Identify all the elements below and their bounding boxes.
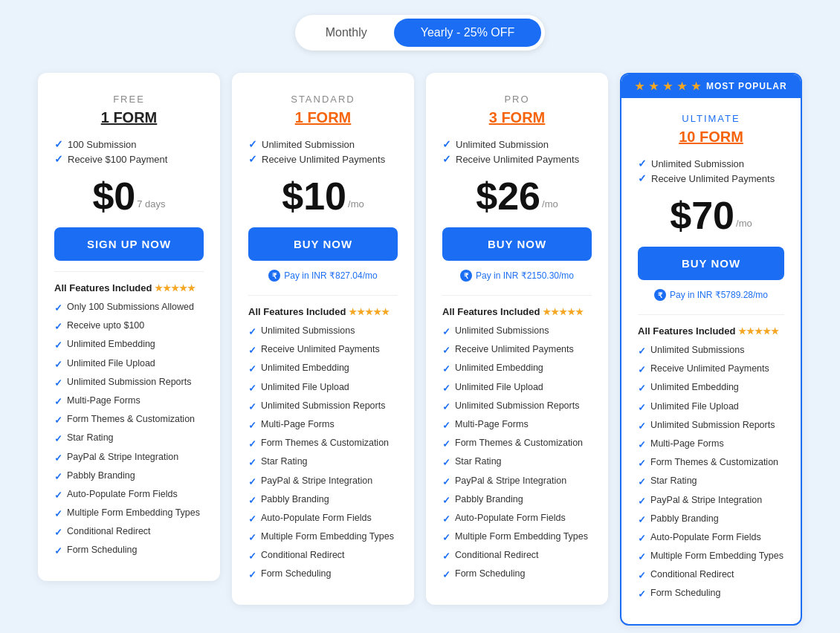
rupee-icon: ₹ [654,289,666,301]
check-icon: ✓ [248,568,256,582]
feature-item: ✓ Receive Unlimited Payments [248,343,398,357]
feature-item: ✓ Multi-Page Forms [442,418,592,432]
feature-text: Multi-Page Forms [650,438,724,451]
plan-card-ultimate: ★ ★ ★ ★ ★ MOST POPULAR ULTIMATE10 FORM ✓… [620,73,802,626]
highlight-text: Receive Unlimited Payments [456,154,579,165]
check-icon: ✓ [442,494,450,507]
check-icon: ✓ [54,358,62,371]
cta-button-pro[interactable]: BUY NOW [442,227,592,261]
feature-item: ✓ Conditional Redirect [54,525,204,539]
popular-label: MOST POPULAR [706,81,787,91]
check-icon: ✓ [248,138,257,150]
monthly-toggle[interactable]: Monthly [299,19,394,47]
check-icon: ✓ [638,475,646,489]
feature-item: ✓ PayPal & Stripe Integration [248,475,398,489]
feature-item: ✓ Unlimited Embedding [248,362,398,376]
feature-text: Auto-Populate Form Fields [455,512,566,525]
feature-text: Unlimited Embedding [261,362,349,375]
check-icon: ✓ [638,588,646,601]
feature-text: Unlimited Submissions [455,325,549,338]
feature-text: PayPal & Stripe Integration [67,451,178,464]
check-icon: ✓ [248,456,256,470]
check-icon: ✓ [248,363,256,376]
feature-stars: ★★★★★ [738,326,779,337]
feature-text: Star Rating [67,432,114,445]
feature-item: ✓ Unlimited Submissions [248,325,398,339]
cta-button-standard[interactable]: BUY NOW [248,227,398,261]
check-icon: ✓ [638,382,646,395]
feature-item: ✓ Form Scheduling [248,568,398,582]
price-amount: $10 [282,177,346,215]
price-amount: $26 [476,177,540,215]
feature-item: ✓ Multi-Page Forms [248,418,398,432]
all-features-label-free: All Features Included ★★★★★ [54,282,204,293]
check-icon: ✓ [248,400,256,414]
feature-item: ✓ Receive Unlimited Payments [442,343,592,357]
feature-item: ✓ PayPal & Stripe Integration [638,494,784,508]
feature-text: Unlimited Embedding [650,381,739,395]
check-icon: ✓ [54,526,62,539]
feature-text: Form Themes & Customization [67,413,195,426]
check-icon: ✓ [442,138,451,150]
all-features-text: All Features Included [442,306,540,317]
rupee-icon: ₹ [268,270,280,282]
feature-item: ✓ Unlimited Submission Reports [248,400,398,414]
check-icon: ✓ [54,153,63,165]
check-icon: ✓ [54,138,63,150]
all-features-text: All Features Included [248,306,346,317]
feature-text: Unlimited Embedding [455,362,543,375]
feature-text: Star Rating [455,455,502,469]
feature-item: ✓ Pabbly Branding [54,470,204,484]
feature-item: ✓ Form Scheduling [54,544,204,558]
check-icon: ✓ [442,438,450,451]
cta-button-free[interactable]: SIGN UP NOW [54,227,204,261]
feature-item: ✓ Star Rating [442,455,592,470]
divider [54,271,204,272]
feature-text: Auto-Populate Form Fields [650,531,761,545]
check-icon: ✓ [442,400,450,414]
plan-highlights-ultimate: ✓ Unlimited Submission ✓ Receive Unlimit… [638,158,784,184]
feature-item: ✓ Unlimited Embedding [442,362,592,376]
price-suffix: /mo [542,198,558,210]
feature-item: ✓ Star Rating [54,432,204,446]
feature-text: Star Rating [650,475,697,488]
feature-item: ✓ Multi-Page Forms [54,395,204,409]
check-icon: ✓ [442,475,450,489]
check-icon: ✓ [638,158,647,169]
check-icon: ✓ [248,531,256,545]
check-icon: ✓ [638,495,646,508]
feature-text: Conditional Redirect [261,549,345,562]
feature-text: Receive upto $100 [67,319,144,333]
feature-text: Conditional Redirect [67,525,151,539]
feature-text: Unlimited Submissions [261,325,355,338]
feature-text: Unlimited File Upload [650,400,739,414]
highlight-item: ✓ Unlimited Submission [638,158,784,169]
check-icon: ✓ [248,419,256,432]
billing-toggle-container: Monthly Yearly - 25% OFF [22,15,818,51]
plans-container: FREE1 FORM ✓ 100 Submission ✓ Receive $1… [22,73,818,626]
check-icon: ✓ [248,494,256,507]
feature-text: Receive Unlimited Payments [455,343,574,357]
yearly-toggle[interactable]: Yearly - 25% OFF [394,19,542,47]
feature-item: ✓ Star Rating [248,455,398,470]
feature-text: Form Themes & Customization [455,437,583,450]
feature-item: ✓ Pabbly Branding [638,513,784,527]
inr-note-standard: ₹ Pay in INR ₹827.04/mo [248,270,398,282]
check-icon: ✓ [442,325,450,339]
feature-item: ✓ Unlimited Embedding [54,338,204,352]
plan-card-standard: STANDARD1 FORM ✓ Unlimited Submission ✓ … [232,73,414,605]
feature-list-pro: ✓ Unlimited Submissions ✓ Receive Unlimi… [442,325,592,582]
cta-button-ultimate[interactable]: BUY NOW [638,247,784,280]
feature-item: ✓ Unlimited File Upload [638,400,784,415]
feature-item: ✓ Unlimited Submission Reports [638,419,784,433]
feature-item: ✓ Form Themes & Customization [442,437,592,451]
feature-text: PayPal & Stripe Integration [455,475,566,488]
plan-highlights-free: ✓ 100 Submission ✓ Receive $100 Payment [54,138,204,165]
feature-item: ✓ Multi-Page Forms [638,438,784,452]
feature-text: Form Themes & Customization [261,437,389,450]
check-icon: ✓ [442,550,450,563]
feature-text: Form Scheduling [261,568,332,581]
highlight-text: Unlimited Submission [262,139,355,150]
price-suffix: /mo [348,198,364,210]
feature-list-free: ✓ Only 100 Submissions Allowed ✓ Receive… [54,301,204,559]
